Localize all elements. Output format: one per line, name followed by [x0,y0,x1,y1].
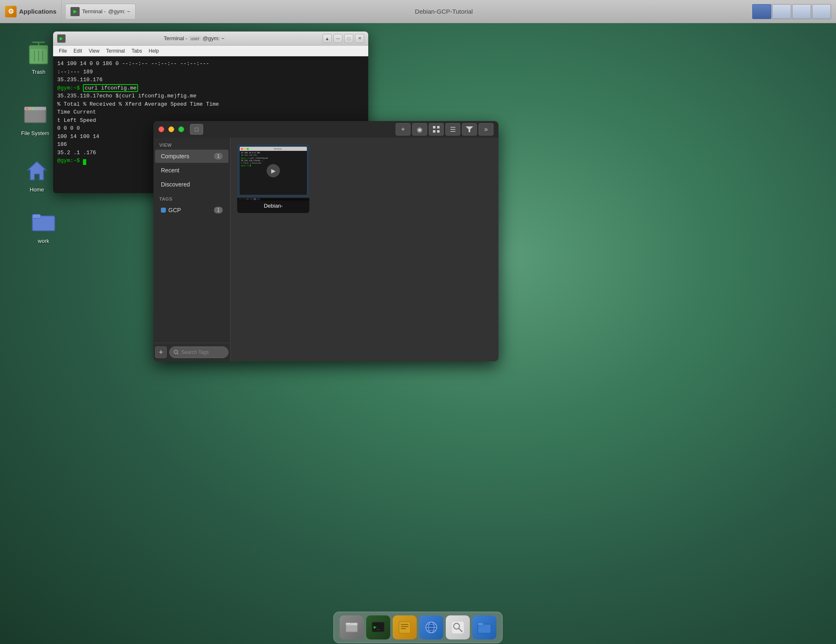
sidebar-gcp-badge: 1 [214,207,223,213]
work-folder-icon [30,209,57,235]
window-maximize-button[interactable] [178,126,184,132]
svg-rect-41 [478,622,484,626]
menu-file[interactable]: File [56,47,69,55]
sidebar-item-discovered[interactable]: Discovered [155,178,228,191]
terminal-titlebar: ▶ Terminal - user @gym: ~ ▲ ─ □ ✕ [53,31,368,46]
search-tags-field[interactable]: Search Tags [169,346,228,358]
window-minimize-button[interactable] [168,126,174,132]
terminal-close[interactable]: ✕ [355,34,364,43]
filter-button[interactable] [462,123,477,136]
terminal-title: Terminal - user @gym: ~ [69,35,319,41]
taskbar-title: Debian-GCP-Tutorial [136,8,752,15]
workspace-4[interactable] [812,4,831,19]
thumbnail-label: Debian- [237,198,309,213]
svg-rect-18 [433,130,435,133]
computer-thumbnail-debian[interactable]: Terminal 14 100 14 0 0 186 35.235.110.17… [237,144,309,213]
svg-rect-1 [29,46,48,49]
taskbar-terminal-user: @gym: ~ [108,8,130,15]
remmina-titlebar: □ + ◉ ☰ » [153,121,498,138]
workspace-switcher [752,4,836,19]
sidebar-item-tag-gcp[interactable]: GCP 1 [155,203,228,217]
menu-edit[interactable]: Edit [71,47,85,55]
view-connections-button[interactable]: ◉ [412,123,427,136]
terminal-maximize[interactable]: □ [344,34,353,43]
svg-point-10 [29,108,31,109]
home-label: Home [30,186,44,193]
workspace-1[interactable] [752,4,771,19]
terminal-scroll-up[interactable]: ▲ [323,34,332,43]
terminal-menubar: File Edit View Terminal Tabs Help [53,46,368,56]
sidebar-discovered-label: Discovered [161,181,190,188]
menu-view[interactable]: View [86,47,102,55]
remmina-view-toggle[interactable]: □ [190,124,203,135]
applications-menu[interactable]: ⚙ Applications [0,0,62,23]
svg-rect-17 [437,126,440,128]
sidebar-item-computers[interactable]: Computers 1 [155,150,228,163]
sidebar-gcp-label: GCP [168,207,181,213]
grid-view-button[interactable] [429,123,444,136]
sidebar-item-recent[interactable]: Recent [155,164,228,177]
workspace-3[interactable] [792,4,811,19]
desktop-icon-home[interactable]: Home [18,157,56,193]
trash-icon [25,40,52,66]
terminal-line-2: :--:--- 189 [57,68,364,76]
dock-file-manager[interactable] [340,615,364,639]
dock: ▶_ [333,612,503,643]
tags-section-label: TAGS [153,191,230,203]
remmina-sidebar: VIEW Computers 1 Recent Discovered TAGS … [153,138,231,361]
taskbar-terminal-icon: ▶ [70,7,80,16]
terminal-title-icon: ▶ [57,34,66,43]
terminal-line-3: 35.235.110.176 [57,76,364,84]
dock-notes[interactable] [393,615,417,639]
svg-text:▶_: ▶_ [374,624,380,630]
remmina-content: VIEW Computers 1 Recent Discovered TAGS … [153,138,498,361]
sidebar-bottom: + Search Tags [153,343,230,361]
svg-point-9 [26,108,28,109]
work-label: work [38,238,49,244]
menu-terminal[interactable]: Terminal [104,47,127,55]
svg-point-21 [174,350,177,353]
add-connection-button[interactable]: + [396,123,411,136]
svg-rect-16 [433,126,435,128]
taskbar-terminal-button[interactable]: ▶ Terminal - @gym: ~ [65,4,136,19]
window-close-button[interactable] [158,126,164,132]
terminal-title-buttons: ▲ ─ □ ✕ [323,34,364,43]
play-overlay: ▶ [267,164,280,177]
dock-network[interactable] [419,615,443,639]
terminal-line-6: % Total % Received % Xferd Average Speed… [57,100,364,109]
dock-terminal[interactable]: ▶_ [366,615,390,639]
svg-rect-15 [32,214,41,218]
more-options-button[interactable]: » [479,123,493,136]
add-tag-button[interactable]: + [155,346,167,358]
dock-folder[interactable] [472,615,496,639]
svg-rect-19 [437,130,440,133]
svg-line-22 [177,353,179,355]
svg-rect-25 [346,623,351,625]
terminal-line-1: 14 100 14 0 0 186 0 --:--:-- --:--:-- --… [57,60,364,68]
search-icon [174,350,179,355]
remmina-window: □ + ◉ ☰ » VIEW [153,121,498,361]
view-section-label: VIEW [153,138,230,149]
thumbnail-screen: Terminal 14 100 14 0 0 186 35.235.110.17… [237,144,309,197]
trash-label: Trash [32,69,46,75]
desktop-icon-filesystem[interactable]: File System [17,101,54,136]
workspace-2[interactable] [772,4,791,19]
terminal-minimize[interactable]: ─ [333,34,343,43]
desktop-icon-trash[interactable]: Trash [20,40,57,75]
menu-tabs[interactable]: Tabs [129,47,144,55]
filesystem-icon [22,101,49,128]
dock-search[interactable] [446,615,470,639]
sidebar-computers-label: Computers [161,153,189,160]
filesystem-label: File System [21,130,49,136]
svg-rect-28 [399,622,411,633]
sidebar-computers-badge: 1 [214,153,223,160]
menu-help[interactable]: Help [146,47,162,55]
taskbar-bottom: ▶_ [0,611,836,644]
svg-marker-12 [28,162,46,180]
thumbnail-name: Debian- [264,203,283,209]
search-tags-placeholder: Search Tags [181,349,209,355]
terminal-line-7: Time Current [57,108,364,116]
list-view-button[interactable]: ☰ [445,123,460,136]
sidebar-recent-label: Recent [161,167,179,174]
desktop-icon-work[interactable]: work [25,209,62,244]
